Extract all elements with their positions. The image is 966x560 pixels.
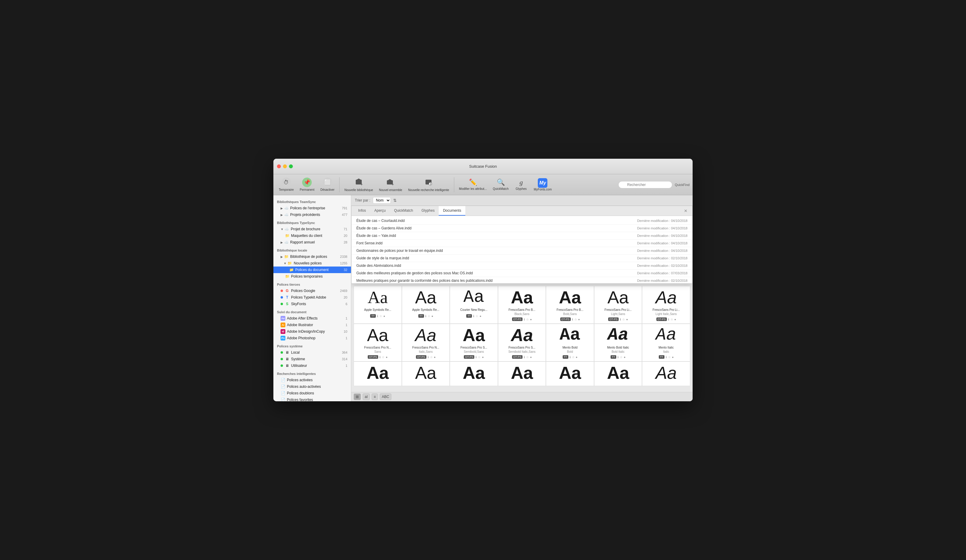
font-card-apple-symbols-2[interactable]: Aa Apple Symbols Re... TT ℹ ☆ ● <box>402 286 450 324</box>
dot-icon-1[interactable]: ● <box>432 314 433 318</box>
sidebar-item-nouvelles-polices[interactable]: ▼ 📁 Nouvelles polices 1255 <box>273 260 351 266</box>
sidebar-item-polices-document[interactable]: 📁 Polices du document 32 <box>273 266 351 273</box>
font-card-courier[interactable]: Aa Courier New Regu... TT ℹ ☆ ● <box>450 286 498 324</box>
font-card-extra-5[interactable]: Aa <box>546 361 594 386</box>
font-card-extra-1[interactable]: Aa <box>354 361 402 386</box>
sidebar-item-polices-google[interactable]: G Polices Google 2469 <box>273 287 351 294</box>
sidebar-item-polices-doublons[interactable]: 📄 Polices doublons <box>273 390 351 396</box>
dot-icon-10[interactable]: ● <box>530 355 532 359</box>
font-card-apple-symbols-1[interactable]: Aa Apple Symbols Re... TT ℹ ☆ ● <box>354 286 402 324</box>
temporaire-button[interactable]: ⏱ Temporaire <box>276 176 296 194</box>
close-button[interactable] <box>277 164 281 168</box>
font-card-menlo-italic[interactable]: Aa Menlo Italic Italic TT ℹ ☆ ● <box>642 324 690 361</box>
sidebar-item-projets-precedents[interactable]: ▶ ☁️ Projets précédents 477 <box>273 212 351 218</box>
info-icon-8[interactable]: ℹ <box>427 355 429 359</box>
dot-icon-3[interactable]: ● <box>530 318 532 321</box>
font-card-menlo-bold-italic[interactable]: Aa Menlo Bold Italic Bold Italic TT ℹ ☆ … <box>594 324 642 361</box>
sidebar-item-maquettes-client[interactable]: 📁 Maquettes du client 20 <box>273 232 351 239</box>
doc-row-0[interactable]: Étude de cas – Courtauld.indd Dernière m… <box>352 217 692 225</box>
star-icon-1[interactable]: ☆ <box>427 314 430 318</box>
dot-icon-13[interactable]: ● <box>672 355 674 359</box>
star-icon-12[interactable]: ☆ <box>620 355 623 359</box>
star-icon-13[interactable]: ☆ <box>668 355 671 359</box>
sidebar-item-polices-entreprise[interactable]: ▶ ☁️ Polices de l'entreprise 791 <box>273 205 351 212</box>
font-card-extra-2[interactable]: Aa <box>402 361 450 386</box>
dot-icon-8[interactable]: ● <box>434 355 436 359</box>
font-card-fresco-light[interactable]: Aa FrescoSans Pro Li... Light,Sans OT-PS… <box>594 286 642 324</box>
doc-row-7[interactable]: Guide des meilleures pratiques de gestio… <box>352 269 692 277</box>
tab-apercu[interactable]: Aperçu <box>370 206 390 216</box>
sidebar-item-utilisateur[interactable]: 🖥 Utilisateur 1 <box>273 362 351 369</box>
sidebar-item-illustrator[interactable]: Ai Adobe Illustrator 1 <box>273 322 351 328</box>
star-icon-5[interactable]: ☆ <box>622 318 625 321</box>
font-card-fresco-light-italic[interactable]: Aa FrescoSans Pro Li... Light Italic,San… <box>642 286 690 324</box>
sidebar-item-projet-brochure[interactable]: ▼ ☁️ Projet de brochure 71 <box>273 226 351 232</box>
sidebar-item-polices-temporaires[interactable]: 📁 Polices temporaires <box>273 273 351 280</box>
doc-row-4[interactable]: Gestionnaires de polices pour le travail… <box>352 247 692 255</box>
info-icon-6[interactable]: ℹ <box>668 318 669 321</box>
star-icon-10[interactable]: ☆ <box>526 355 529 359</box>
sidebar-item-systeme[interactable]: 🖥 Système 314 <box>273 356 351 362</box>
info-icon-1[interactable]: ℹ <box>425 314 426 318</box>
sidebar-item-rapport-annuel[interactable]: ▶ ☁️ Rapport annuel 28 <box>273 239 351 246</box>
font-card-extra-3[interactable]: Aa <box>450 361 498 386</box>
sidebar-item-local[interactable]: 🖥 Local 364 <box>273 349 351 356</box>
modifier-attributs-button[interactable]: ✏️ Modifier les attribut... <box>457 177 489 192</box>
info-icon-4[interactable]: ℹ <box>572 318 573 321</box>
sidebar-item-bibliotheque-polices[interactable]: ▶ 📁 Bibliothèque de polices 2338 <box>273 253 351 260</box>
info-icon-10[interactable]: ℹ <box>524 355 525 359</box>
dot-icon-9[interactable]: ● <box>482 355 484 359</box>
font-card-extra-6[interactable]: Aa <box>594 361 642 386</box>
sidebar-item-polices-activees[interactable]: 📄 Polices activées <box>273 377 351 383</box>
text-size-button[interactable]: aI <box>363 394 370 400</box>
dot-icon-2[interactable]: ● <box>480 314 481 318</box>
star-icon-11[interactable]: ☆ <box>572 355 575 359</box>
star-icon-3[interactable]: ☆ <box>526 318 529 321</box>
dot-icon-0[interactable]: ● <box>383 314 385 318</box>
star-icon-9[interactable]: ☆ <box>478 355 481 359</box>
star-icon-0[interactable]: ☆ <box>380 314 382 318</box>
info-icon-13[interactable]: ℹ <box>666 355 667 359</box>
dot-icon-7[interactable]: ● <box>386 355 388 359</box>
tab-glyphes[interactable]: Glyphes <box>417 206 439 216</box>
info-icon-5[interactable]: ℹ <box>620 318 621 321</box>
grid-view-button[interactable]: ⊞ <box>354 394 361 400</box>
desactiver-button[interactable]: ⬜ Désactiver <box>318 176 337 194</box>
tab-quickmatch[interactable]: QuickMatch <box>390 206 417 216</box>
nouvel-ensemble-button[interactable]: + Nouvel ensemble <box>377 176 404 194</box>
maximize-button[interactable] <box>289 164 293 168</box>
list-view-button[interactable]: ≡ <box>371 394 378 400</box>
dot-icon-5[interactable]: ● <box>626 318 628 321</box>
doc-row-2[interactable]: Étude de cas – Yale.indd Dernière modifi… <box>352 232 692 240</box>
sidebar-item-polices-typekit[interactable]: T Polices Typekit Adobe 20 <box>273 294 351 301</box>
font-card-extra-4[interactable]: Aa <box>498 361 546 386</box>
sidebar-item-photoshop[interactable]: Ps Adobe Photoshop 1 <box>273 335 351 342</box>
dot-icon-11[interactable]: ● <box>576 355 578 359</box>
doc-row-8[interactable]: Meilleures pratiques pour garantir la co… <box>352 277 692 283</box>
font-card-fresco-black[interactable]: Aa FrescoSans Pro B... Black,Sans OT-PS … <box>498 286 546 324</box>
tab-infos[interactable]: Infos <box>354 206 370 216</box>
font-card-extra-7[interactable]: Aa <box>642 361 690 386</box>
star-icon-8[interactable]: ☆ <box>430 355 433 359</box>
doc-row-3[interactable]: Font Sense.indd Dernière modification : … <box>352 240 692 247</box>
star-icon-7[interactable]: ☆ <box>382 355 384 359</box>
nouvelle-bibliotheque-button[interactable]: + Nouvelle bibliothèque <box>342 176 376 194</box>
sidebar-item-polices-favorites[interactable]: 📄 Polices favorites <box>273 396 351 401</box>
font-card-fresco-s2[interactable]: Aa FrescoSans Pro S... Semibold Italic,S… <box>498 324 546 361</box>
panel-close-button[interactable]: ✕ <box>682 207 690 214</box>
dot-icon-6[interactable]: ● <box>674 318 676 321</box>
permanent-button[interactable]: 📌 Permanent <box>297 176 317 194</box>
star-icon-6[interactable]: ☆ <box>670 318 673 321</box>
quickmatch-button[interactable]: 🔍 QuickMatch <box>491 177 511 192</box>
myfonts-button[interactable]: My MyFonts.com <box>531 176 554 193</box>
font-card-fresco-n1[interactable]: Aa FrescoSans Pro N... Sans OT-PS ℹ ☆ ● <box>354 324 402 361</box>
sort-select[interactable]: Nom <box>373 197 391 204</box>
info-icon-7[interactable]: ℹ <box>380 355 381 359</box>
sidebar-item-indesign[interactable]: Id Adobe InDesign/InCopy 10 <box>273 328 351 335</box>
dot-icon-12[interactable]: ● <box>624 355 626 359</box>
doc-row-1[interactable]: Étude de cas – Gardens Alive.indd Derniè… <box>352 225 692 232</box>
star-icon-4[interactable]: ☆ <box>574 318 577 321</box>
doc-row-5[interactable]: Guide de style de la marque.indd Dernièr… <box>352 255 692 262</box>
info-icon-0[interactable]: ℹ <box>377 314 378 318</box>
font-card-fresco-n2[interactable]: Aa FrescoSans Pro N... Italic,Sans OT-PS… <box>402 324 450 361</box>
